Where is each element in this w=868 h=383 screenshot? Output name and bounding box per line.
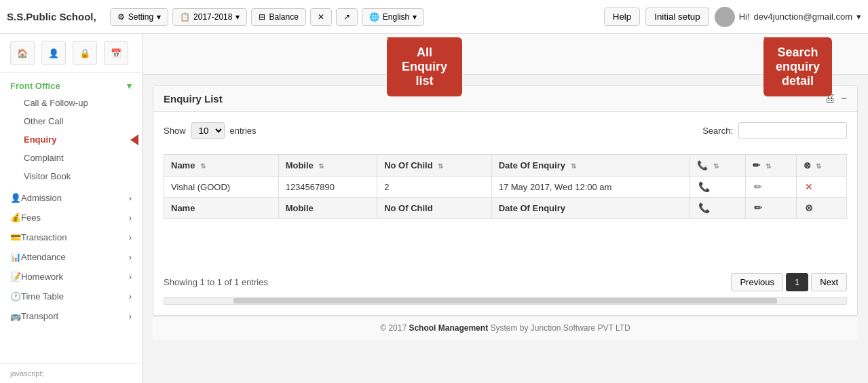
sort-icon: ⇅: [571, 162, 576, 170]
scrollbar-thumb[interactable]: [233, 298, 777, 304]
page-1-button[interactable]: 1: [786, 273, 808, 291]
edit-action-icon[interactable]: ✏: [754, 181, 762, 192]
sidebar-group-transport-header[interactable]: 🚌 Transport ›: [0, 306, 142, 326]
cell-action-delete[interactable]: ✕: [796, 177, 846, 198]
col-action-call: 📞 ⇅: [690, 155, 746, 177]
cell-name: Vishal (GOOD): [164, 177, 279, 198]
sidebar-group-attendance: 📊 Attendance ›: [0, 247, 142, 267]
group-label: Transaction: [21, 232, 67, 242]
sidebar-group-homework-header[interactable]: 📝 Homework ›: [0, 267, 142, 287]
next-button[interactable]: Next: [811, 273, 847, 291]
user-info[interactable]: Hi! dev4junction@gmail.com ▾: [715, 7, 861, 27]
active-arrow-icon: [130, 134, 138, 145]
front-office-section: Front Office ▾ Call & Follow-up Other Ca…: [0, 73, 142, 188]
sidebar-item-other-call[interactable]: Other Call: [10, 112, 132, 130]
sidebar-item-label: Call & Follow-up: [24, 98, 88, 108]
main-top-bar: All Enquiry list Search enquiry detail: [143, 34, 868, 75]
sidebar-item-complaint[interactable]: Complaint: [10, 149, 132, 167]
cell-action-call[interactable]: 📞: [690, 177, 746, 198]
footer-cell-delete[interactable]: ⊗: [796, 198, 846, 219]
search-box: Search:: [702, 122, 847, 139]
sidebar-group-transaction-header[interactable]: 💳 Transaction ›: [0, 227, 142, 247]
user-icon: 👤: [48, 48, 59, 58]
front-office-header[interactable]: Front Office ▾: [10, 78, 132, 94]
phone-action-icon[interactable]: 📞: [698, 181, 710, 192]
cross-button[interactable]: ✕: [310, 8, 332, 26]
search-input[interactable]: [738, 122, 847, 139]
help-button[interactable]: Help: [604, 7, 640, 26]
topbar-actions: ⚙ Setting ▾ 📋 2017-2018 ▾ ⊟ Balance ✕ ↗ …: [110, 8, 604, 26]
col-date-of-enquiry[interactable]: Date Of Enquiry ⇅: [491, 155, 690, 177]
chevron-down-icon: ▾: [127, 81, 132, 91]
entries-select[interactable]: 10 25 50: [191, 122, 225, 139]
sort-icon: ⇅: [713, 162, 719, 170]
year-button[interactable]: 📋 2017-2018 ▾: [172, 8, 247, 26]
table-header-row: Name ⇅ Mobile ⇅ No Of Child ⇅ Date Of En…: [164, 155, 847, 177]
setting-button[interactable]: ⚙ Setting ▾: [110, 8, 168, 26]
minimize-button[interactable]: −: [841, 92, 847, 105]
footer-cell-edit[interactable]: ✏: [746, 198, 796, 219]
col-action-edit: ✏ ⇅: [746, 155, 796, 177]
chevron-right-icon: ›: [129, 252, 132, 262]
delete-action-icon[interactable]: ✕: [805, 181, 813, 192]
sidebar-item-visitor-book[interactable]: Visitor Book: [10, 167, 132, 185]
sort-icon: ⇅: [816, 162, 821, 170]
sidebar-item-call-followup[interactable]: Call & Follow-up: [10, 94, 132, 112]
group-label: Attendance: [21, 252, 66, 262]
footer-cell-no-of-child: No Of Child: [377, 198, 492, 219]
footer-cell-call[interactable]: 📞: [690, 198, 746, 219]
col-mobile[interactable]: Mobile ⇅: [278, 155, 377, 177]
sidebar-item-enquiry[interactable]: Enquiry: [10, 130, 132, 149]
attendance-icon: 📊: [10, 252, 21, 262]
delete-footer-icon[interactable]: ⊗: [805, 202, 813, 213]
lock-icon: 🔒: [79, 48, 90, 58]
cell-action-edit[interactable]: ✏: [746, 177, 796, 198]
previous-button[interactable]: Previous: [731, 273, 783, 291]
sidebar-group-fees-header[interactable]: 💰 Fees ›: [0, 208, 142, 227]
fees-icon: 💰: [10, 213, 21, 223]
panel-title: Enquiry List: [164, 93, 223, 105]
sidebar-group-homework: 📝 Homework ›: [0, 267, 142, 287]
print-button[interactable]: 🖨: [825, 92, 835, 105]
chevron-right-icon: ›: [129, 193, 132, 203]
sort-icon: ⇅: [438, 162, 443, 170]
table-scroll: Name ⇅ Mobile ⇅ No Of Child ⇅ Date Of En…: [164, 154, 847, 219]
sidebar-footer: javascript;: [0, 363, 142, 383]
col-name[interactable]: Name ⇅: [164, 155, 279, 177]
transaction-icon: 💳: [10, 232, 21, 242]
panel-actions: 🖨 −: [825, 92, 847, 105]
initial-setup-button[interactable]: Initial setup: [645, 7, 709, 26]
group-label: Time Table: [21, 291, 64, 302]
main-content: All Enquiry list Search enquiry detail E…: [143, 34, 868, 383]
expand-button[interactable]: ↗: [336, 8, 358, 26]
balance-button[interactable]: ⊟ Balance: [251, 8, 305, 26]
expand-icon: ↗: [343, 12, 350, 22]
lock-icon-btn[interactable]: 🔒: [73, 41, 97, 65]
edit-footer-icon[interactable]: ✏: [754, 202, 762, 213]
calendar-icon-btn[interactable]: 📅: [104, 41, 128, 65]
layout: 🏠 👤 🔒 📅 Front Office ▾ Call & Follow-up: [0, 34, 868, 383]
sort-icon: ⇅: [766, 162, 771, 170]
col-no-of-child[interactable]: No Of Child ⇅: [377, 155, 492, 177]
sidebar-group-admission-header[interactable]: 👤 Admission ›: [0, 188, 142, 208]
cell-date-of-enquiry: 17 May 2017, Wed 12:00 am: [491, 177, 690, 198]
sidebar-group-timetable-header[interactable]: 🕐 Time Table ›: [0, 287, 142, 306]
chevron-down-icon: ▾: [157, 12, 161, 22]
phone-footer-icon[interactable]: 📞: [698, 202, 710, 213]
user-icon-btn[interactable]: 👤: [41, 41, 66, 65]
horizontal-scrollbar[interactable]: [164, 297, 847, 305]
chevron-down-icon: ▾: [856, 12, 861, 22]
all-enquiry-callout: All Enquiry list: [387, 37, 403, 48]
cross-icon: ✕: [318, 12, 324, 22]
sidebar-group-attendance-header[interactable]: 📊 Attendance ›: [0, 247, 142, 267]
group-icon: 👤: [10, 193, 21, 203]
cell-mobile: 1234567890: [278, 177, 377, 198]
gear-icon: ⚙: [117, 12, 125, 22]
entries-label: entries: [230, 126, 257, 136]
chevron-down-icon: ▾: [413, 12, 417, 22]
english-button[interactable]: 🌐 English ▾: [362, 8, 424, 26]
chevron-right-icon: ›: [129, 272, 132, 282]
sidebar-icon-row: 🏠 👤 🔒 📅: [0, 34, 142, 73]
home-icon-btn[interactable]: 🏠: [10, 41, 35, 65]
sidebar-group-admission: 👤 Admission ›: [0, 188, 142, 208]
